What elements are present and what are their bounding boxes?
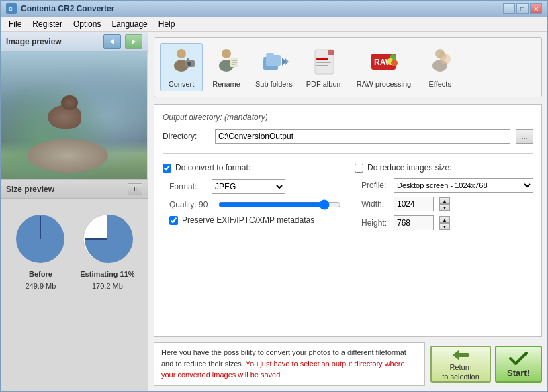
title-bar-left: C Contenta CR2 Converter [6,3,114,14]
left-panel: Image preview Size previe [1,32,148,391]
profile-select[interactable]: Desktop screen - 1024x768 Web - 800x600 … [394,178,533,193]
menu-register[interactable]: Register [27,18,68,30]
height-spinners: ▲ ▼ [439,216,450,230]
quality-slider[interactable] [218,199,341,210]
width-up-button[interactable]: ▲ [439,197,450,204]
svg-marker-2 [110,39,114,44]
height-down-button[interactable]: ▼ [439,223,450,230]
profile-label: Profile: [361,181,388,190]
reduce-row: Do reduce images size: [355,163,533,173]
main-window: C Contenta CR2 Converter − □ ✕ File Regi… [0,0,548,392]
menu-file[interactable]: File [3,18,27,30]
checkmark-icon [509,350,528,366]
svg-rect-12 [187,58,189,60]
height-input[interactable] [394,215,434,230]
tab-raw[interactable]: RAW RAW processing [351,44,417,91]
exif-checkbox[interactable] [169,216,178,225]
convert-format-row: Do convert to format: [163,163,341,173]
svg-point-11 [187,62,191,66]
tab-effects-label: Effects [428,80,451,88]
tab-effects[interactable]: Effects [419,44,461,91]
tab-subfolders[interactable]: Sub folders [250,44,298,91]
menu-options[interactable]: Options [68,18,106,30]
return-label: Return [449,363,471,371]
effects-icon [424,46,455,77]
rename-icon [211,46,242,77]
info-box: Here you have the possibility to convert… [154,342,425,386]
svg-marker-3 [132,39,136,44]
convert-format-label[interactable]: Do convert to format: [175,163,250,173]
height-up-button[interactable]: ▲ [439,216,450,223]
reduce-checkbox[interactable] [355,164,363,173]
width-spinners: ▲ ▼ [439,197,450,211]
format-select[interactable]: JPEG PNG TIFF BMP [212,179,285,194]
exif-label[interactable]: Preserve EXIF/IPTC/XMP metadatas [182,215,314,225]
profile-row: Profile: Desktop screen - 1024x768 Web -… [355,178,533,193]
preview-toolbar: Image preview [1,32,148,52]
toolbar-tabs: Convert [154,37,542,97]
svg-rect-28 [316,58,328,60]
minimize-button[interactable]: − [503,3,515,14]
close-button[interactable]: ✕ [530,3,542,14]
svg-marker-24 [285,58,289,66]
height-label: Height: [361,218,388,228]
divider-1 [163,153,533,154]
before-label: Before [29,270,52,278]
estimating-size: 170.2 Mb [92,282,123,290]
menu-help[interactable]: Help [153,18,181,30]
directory-label: Directory: [163,132,210,141]
pause-button[interactable]: ⏸ [128,183,142,195]
svg-rect-21 [266,55,281,66]
window-title: Contenta CR2 Converter [21,4,114,13]
subfolders-icon [259,46,289,77]
tab-pdf[interactable]: PDF album [301,44,349,91]
reduce-label[interactable]: Do reduce images size: [367,163,451,173]
maximize-button[interactable]: □ [516,3,529,14]
directory-row: Directory: ... [163,129,533,144]
after-chart-container: Estimating 11% 170.2 Mb [80,212,134,290]
svg-rect-41 [458,353,469,357]
menu-bar: File Register Options Language Help [1,17,547,32]
svg-point-39 [439,52,447,60]
return-label-2: to selection [442,373,479,381]
width-label: Width: [361,199,388,209]
menu-language[interactable]: Language [106,18,152,30]
return-button[interactable]: Return to selection [430,346,491,383]
svg-rect-29 [316,62,331,63]
return-arrow-icon [451,348,470,362]
svg-rect-22 [266,53,274,56]
width-input[interactable] [394,197,434,211]
svg-text:C: C [9,6,13,12]
after-pie-chart [81,212,134,266]
preview-next-button[interactable] [125,34,142,49]
tab-convert[interactable]: Convert [160,43,203,91]
tab-rename[interactable]: Rename [205,44,247,91]
svg-point-8 [177,49,186,58]
convert-format-checkbox[interactable] [163,164,171,173]
tab-raw-label: RAW processing [357,80,412,88]
image-display [1,52,147,179]
image-preview-label: Image preview [6,37,99,46]
tab-convert-label: Convert [169,80,195,88]
width-down-button[interactable]: ▼ [439,204,450,211]
right-panel: Convert [148,32,547,391]
browse-button[interactable]: ... [516,129,533,144]
directory-input[interactable] [215,129,510,144]
app-icon: C [6,3,17,14]
preview-prev-button[interactable] [103,34,121,49]
width-row: Width: ▲ ▼ [355,197,533,211]
height-row: Height: ▲ ▼ [355,215,533,230]
start-label: Start! [507,368,530,378]
size-preview-section: Size preview ⏸ Before 249.9 Mb [1,180,148,391]
convert-icon [166,46,197,77]
tab-pdf-label: PDF album [306,80,343,88]
svg-rect-27 [328,50,334,55]
before-size: 249.9 Mb [25,282,56,290]
before-pie-chart [13,212,67,266]
start-button[interactable]: Start! [495,346,542,383]
options-columns: Do convert to format: Format: JPEG PNG T… [163,163,533,234]
reduce-column: Do reduce images size: Profile: Desktop … [355,163,533,234]
title-bar: C Contenta CR2 Converter − □ ✕ [1,1,547,17]
quality-row: Quality: 90 [163,199,341,210]
svg-point-13 [222,49,231,58]
